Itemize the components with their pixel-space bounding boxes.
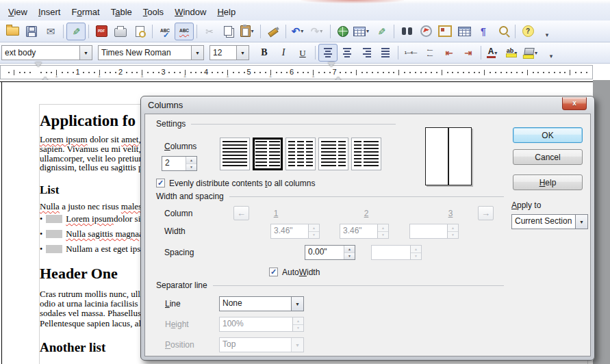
spinner-value (410, 224, 447, 238)
spinner-down-button[interactable]: ▼ (448, 231, 458, 239)
separator-line-group-label: Separator line (156, 281, 207, 290)
settings-group-label: Settings (156, 119, 186, 129)
bullet-icon: • (40, 244, 42, 255)
dialog-title: Columns (148, 100, 183, 110)
evenly-distribute-label: Evenly distribute contents to all column… (169, 179, 315, 188)
list-item: •Nullam a est eget ipsum (40, 244, 152, 259)
dropdown-arrow[interactable]: ▼ (291, 297, 303, 311)
ruler-dot (24, 72, 25, 73)
ruler-dot (29, 72, 31, 73)
list-item: •Nulla sagittis magna at (40, 229, 145, 244)
preset-2-selected[interactable] (253, 138, 283, 170)
next-column-button[interactable]: → (478, 206, 494, 220)
spinner-up-button[interactable]: ▲ (411, 246, 421, 252)
preset-4[interactable] (318, 138, 348, 170)
document-paragraph: Nulla a justo nec risus malesu (40, 202, 147, 211)
position-label: Position (165, 340, 194, 350)
save-icon (26, 26, 37, 37)
spinner-down-button[interactable]: ▼ (344, 252, 355, 260)
height-spinner[interactable]: 100%▲▼ (219, 317, 304, 332)
columns-count-label: Columns (164, 142, 196, 151)
menu-view[interactable]: View (3, 5, 33, 19)
dropdown-value: None (220, 297, 291, 311)
spinner-up-button[interactable]: ▲ (344, 246, 355, 252)
preset-1[interactable] (220, 138, 250, 170)
dropdown-arrow[interactable]: ▼ (575, 215, 587, 229)
spinner-up-button[interactable]: ▲ (378, 224, 388, 231)
preset-5[interactable] (351, 138, 381, 170)
spinner-down-button[interactable]: ▼ (411, 252, 421, 260)
settings-group-header: Settings (156, 119, 396, 129)
autowidth-checkbox[interactable]: ✓ (269, 268, 278, 276)
height-label: Height (165, 320, 189, 329)
cancel-button[interactable]: Cancel (513, 149, 583, 165)
evenly-distribute-checkbox[interactable]: ✓ (156, 179, 165, 187)
spinner-value: 0.00" (305, 246, 344, 259)
document-heading: List (40, 183, 59, 197)
spinner-down-button[interactable]: ▼ (309, 231, 319, 239)
open-icon (6, 27, 19, 36)
spinner-value: 3.46" (271, 224, 308, 238)
dropdown-value: Current Section (512, 215, 575, 229)
spinner-up-button[interactable]: ▲ (309, 224, 319, 231)
line-label: Line (165, 299, 181, 309)
column-number-1[interactable]: 1 (274, 209, 279, 218)
close-button[interactable]: x (562, 97, 587, 110)
preset-3[interactable] (285, 138, 316, 170)
columns-count-spinner[interactable]: 2▲▼ (162, 156, 197, 171)
spinner-up-button[interactable]: ▲ (186, 157, 196, 164)
apply-to-label: Apply to (511, 200, 541, 210)
columns-preview (425, 127, 472, 185)
position-dropdown[interactable]: Top▼ (219, 337, 304, 352)
ruler-half-tick (14, 70, 14, 75)
document-paragraph: Pellentesque sapien lacus, aliq (40, 319, 148, 328)
dialog-client-area: Settings Columns 2▲▼ ✓ Evenly distribute… (144, 114, 591, 356)
line-style-dropdown[interactable]: None▼ (219, 296, 304, 311)
document-heading: Another list (40, 340, 105, 355)
width-spacing-group-header: Width and spacing (156, 192, 504, 201)
spacing-1-spinner[interactable]: 0.00"▲▼ (305, 245, 355, 260)
document-heading: Application fo (40, 112, 136, 130)
workspace-background (593, 80, 610, 364)
autowidth-label: AutoWidth (282, 268, 320, 277)
spinner-down-button[interactable]: ▼ (378, 231, 388, 239)
spinner-value: 100% (220, 317, 292, 331)
ok-button[interactable]: OK (513, 127, 583, 143)
field-shading-box (46, 230, 62, 238)
bullet-icon: • (40, 214, 42, 224)
spinner-up-button[interactable]: ▲ (448, 224, 458, 231)
save-button[interactable] (22, 23, 41, 40)
width-column2-spinner[interactable]: 3.46"▲▼ (340, 224, 389, 239)
spinner-value (372, 246, 410, 259)
spinner-down-button[interactable]: ▼ (293, 324, 303, 332)
bullet-icon: • (40, 229, 42, 239)
column-row-label: Column (164, 209, 192, 218)
spinner-up-button[interactable]: ▲ (293, 317, 303, 324)
page-left-border (1, 81, 2, 364)
spinner-down-button[interactable]: ▼ (186, 164, 196, 171)
previous-column-button[interactable]: ← (233, 206, 249, 220)
columns-dialog: Columns x Settings Columns 2▲▼ ✓ Evenly … (140, 96, 595, 361)
column-number-3[interactable]: 3 (448, 209, 453, 218)
spinner-value: 3.46" (340, 224, 377, 238)
separator-line-group-header: Separator line (156, 281, 504, 290)
width-column1-spinner[interactable]: 3.46"▲▼ (270, 224, 320, 239)
apply-to-dropdown[interactable]: Current Section▼ (511, 214, 588, 229)
ruler-dot (8, 72, 10, 73)
width-spacing-group-label: Width and spacing (156, 192, 224, 201)
dropdown-value: Top (220, 338, 291, 352)
field-shading-box (46, 215, 62, 223)
field-shading-box (46, 245, 62, 253)
open-button[interactable] (3, 23, 22, 40)
spinner-value: 2 (162, 157, 186, 170)
list-item: •Lorem ipsum dolor sit a (40, 214, 149, 229)
help-button[interactable]: Help (513, 174, 583, 190)
spacing-row-label: Spacing (164, 248, 194, 257)
width-column3-spinner[interactable]: ▲▼ (409, 224, 459, 239)
dropdown-arrow[interactable]: ▼ (291, 338, 303, 352)
spacing-2-spinner[interactable]: ▲▼ (371, 245, 422, 260)
ruler-dot (19, 72, 21, 73)
column-number-2[interactable]: 2 (364, 209, 369, 218)
preview-column-divider (448, 128, 449, 185)
width-row-label: Width (164, 226, 186, 236)
